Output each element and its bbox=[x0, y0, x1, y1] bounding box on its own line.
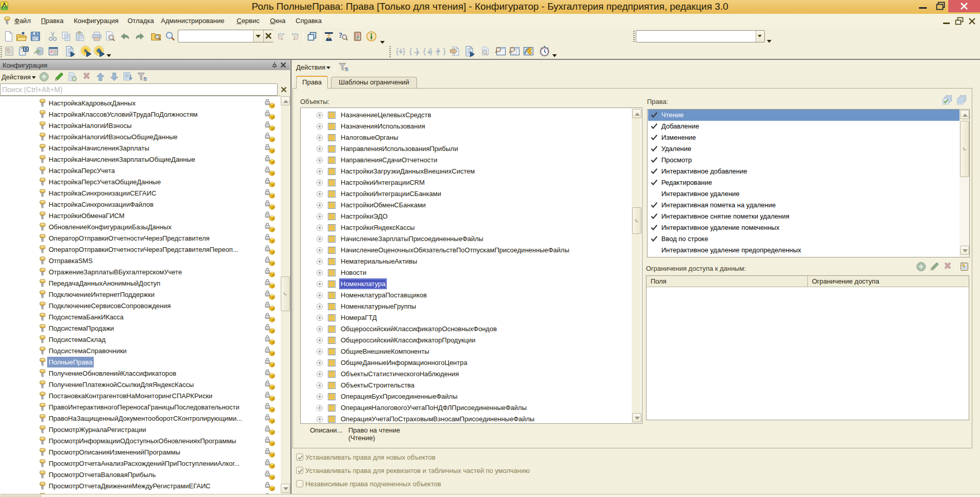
svg-text:{: { bbox=[409, 47, 412, 55]
svg-text:}: } bbox=[403, 47, 405, 55]
svg-text:{: { bbox=[396, 47, 399, 55]
svg-text:?: ? bbox=[339, 31, 343, 39]
svg-text:}: } bbox=[443, 47, 446, 55]
svg-text:{: { bbox=[423, 47, 426, 55]
svg-text:}: } bbox=[430, 47, 432, 55]
